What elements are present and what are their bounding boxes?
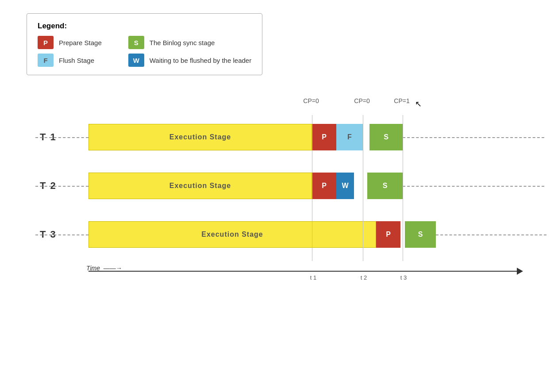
- legend-grid: P Prepare Stage S The Binlog sync stage …: [38, 36, 251, 67]
- exec-bar-t1: Execution Stage: [88, 124, 312, 150]
- block-f-t1: F: [336, 124, 363, 150]
- tx-rows: T 1 Execution Stage P F S T 2: [88, 115, 522, 261]
- vline-t1: [312, 115, 312, 261]
- block-s-t3: S: [405, 221, 436, 248]
- time-axis: Time ——→ t 1 t 2 t 3: [88, 265, 522, 283]
- exec-bar-t3: Execution Stage: [88, 221, 376, 248]
- block-p-t2: P: [312, 173, 336, 199]
- t-marker-t3: t 3: [397, 274, 410, 281]
- dash-left-t3: [35, 234, 88, 235]
- dash-left-t2: [35, 186, 88, 187]
- time-label: Time ——→: [86, 265, 122, 272]
- cursor-icon: ↖: [415, 99, 422, 109]
- diagram: CP=0 CP=0 CP=1 ↖ T 1 Execution Stage: [35, 97, 522, 283]
- legend-item-s: S The Binlog sync stage: [128, 36, 251, 49]
- vline-t3: [403, 115, 403, 261]
- badge-w: W: [128, 54, 144, 67]
- legend-item-f: F Flush Stage: [38, 54, 102, 67]
- cp-labels-row: CP=0 CP=0 CP=1 ↖: [88, 97, 522, 115]
- t-marker-t1: t 1: [307, 274, 320, 281]
- badge-p: P: [38, 36, 54, 49]
- dash-right-t2: [403, 186, 544, 187]
- dash-right-t3: [436, 234, 546, 235]
- legend-title: Legend:: [38, 22, 251, 31]
- tx-row-t1: T 1 Execution Stage P F S: [88, 119, 522, 155]
- main-container: Legend: P Prepare Stage S The Binlog syn…: [0, 0, 554, 296]
- vline-t2: [363, 115, 363, 261]
- exec-bar-t2: Execution Stage: [88, 173, 312, 199]
- block-w-t2: W: [336, 173, 354, 199]
- legend-label-w: Waiting to be flushed by the leader: [150, 57, 251, 64]
- cp-label-1: CP=0: [351, 97, 373, 104]
- badge-s: S: [128, 36, 144, 49]
- legend-item-w: W Waiting to be flushed by the leader: [128, 54, 251, 67]
- legend-box: Legend: P Prepare Stage S The Binlog syn…: [27, 13, 262, 75]
- legend-label-p: Prepare Stage: [59, 39, 102, 46]
- block-p-t1: P: [312, 124, 336, 150]
- legend-item-p: P Prepare Stage: [38, 36, 102, 49]
- time-arrow: [517, 268, 523, 275]
- dash-right-t1: [403, 137, 544, 138]
- time-line: [88, 271, 522, 272]
- cp-label-2: CP=1: [391, 97, 413, 104]
- cp-label-0: CP=0: [300, 97, 322, 104]
- block-s-t2: S: [367, 173, 403, 199]
- legend-label-f: Flush Stage: [59, 57, 94, 64]
- block-s-t1: S: [369, 124, 403, 150]
- tx-row-t3: T 3 Execution Stage P S: [88, 217, 522, 252]
- badge-f: F: [38, 54, 54, 67]
- tx-row-t2: T 2 Execution Stage P W S: [88, 168, 522, 204]
- legend-label-s: The Binlog sync stage: [150, 39, 215, 46]
- dash-left-t1: [35, 137, 88, 138]
- block-p-t3: P: [376, 221, 400, 248]
- t-marker-t2: t 2: [357, 274, 370, 281]
